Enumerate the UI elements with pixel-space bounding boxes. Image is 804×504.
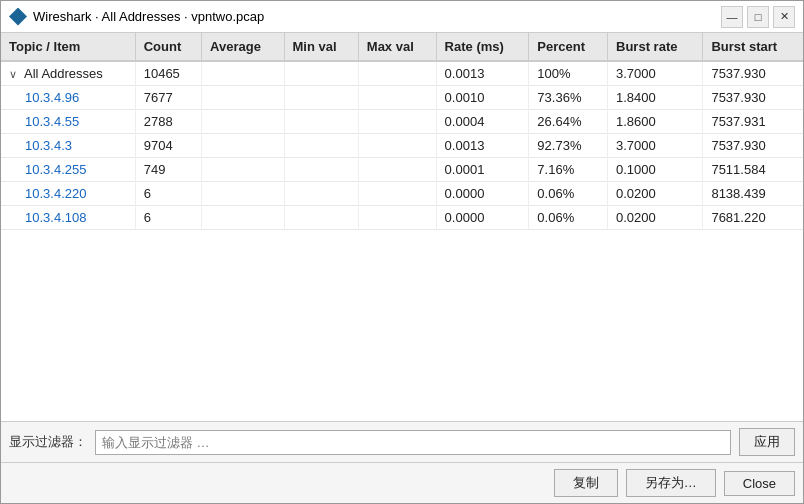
table-row[interactable]: 10.3.4.5527880.000426.64%1.86007537.931: [1, 110, 803, 134]
cell-min-val: [284, 86, 358, 110]
cell-max-val: [358, 158, 436, 182]
cell-topic: 10.3.4.108: [1, 206, 135, 230]
cell-percent: 7.16%: [529, 158, 608, 182]
ip-address-link[interactable]: 10.3.4.220: [25, 186, 86, 201]
col-average[interactable]: Average: [202, 33, 284, 61]
cell-max-val: [358, 110, 436, 134]
cell-max-val: [358, 206, 436, 230]
cell-burst-start: 7511.584: [703, 158, 803, 182]
cell-average: [202, 86, 284, 110]
table-row[interactable]: 10.3.4.9676770.001073.36%1.84007537.930: [1, 86, 803, 110]
cell-burst-rate: 0.1000: [608, 158, 703, 182]
cell-average: [202, 206, 284, 230]
cell-burst-start: 7537.930: [703, 61, 803, 86]
content-area: Topic / Item Count Average Min val Max v…: [1, 33, 803, 503]
cell-count: 9704: [135, 134, 201, 158]
cell-max-val: [358, 86, 436, 110]
ip-address-link[interactable]: 10.3.4.108: [25, 210, 86, 225]
cell-topic: 10.3.4.55: [1, 110, 135, 134]
close-button[interactable]: ✕: [773, 6, 795, 28]
cell-burst-rate: 3.7000: [608, 61, 703, 86]
cell-topic: 10.3.4.96: [1, 86, 135, 110]
title-bar: Wireshark · All Addresses · vpntwo.pcap …: [1, 1, 803, 33]
title-bar-left: Wireshark · All Addresses · vpntwo.pcap: [9, 8, 264, 26]
cell-burst-start: 8138.439: [703, 182, 803, 206]
col-burst-rate[interactable]: Burst rate: [608, 33, 703, 61]
cell-burst-start: 7537.930: [703, 86, 803, 110]
cell-burst-rate: 1.8600: [608, 110, 703, 134]
copy-button[interactable]: 复制: [554, 469, 618, 497]
cell-average: [202, 61, 284, 86]
cell-topic: 10.3.4.220: [1, 182, 135, 206]
cell-burst-rate: 3.7000: [608, 134, 703, 158]
cell-percent: 0.06%: [529, 182, 608, 206]
col-min-val[interactable]: Min val: [284, 33, 358, 61]
cell-percent: 92.73%: [529, 134, 608, 158]
table-row[interactable]: 10.3.4.397040.001392.73%3.70007537.930: [1, 134, 803, 158]
filter-label: 显示过滤器：: [9, 433, 87, 451]
empty-space: [1, 230, 803, 350]
cell-topic: 10.3.4.3: [1, 134, 135, 158]
table-row[interactable]: 10.3.4.2557490.00017.16%0.10007511.584: [1, 158, 803, 182]
cell-average: [202, 134, 284, 158]
cell-average: [202, 110, 284, 134]
col-topic-item[interactable]: Topic / Item: [1, 33, 135, 61]
expand-icon[interactable]: ∨: [9, 68, 20, 80]
save-as-button[interactable]: 另存为…: [626, 469, 716, 497]
ip-address-link[interactable]: 10.3.4.255: [25, 162, 86, 177]
addresses-table: Topic / Item Count Average Min val Max v…: [1, 33, 803, 230]
maximize-button[interactable]: □: [747, 6, 769, 28]
col-rate-ms[interactable]: Rate (ms): [436, 33, 529, 61]
cell-count: 6: [135, 182, 201, 206]
ip-address-link[interactable]: 10.3.4.3: [25, 138, 72, 153]
cell-count: 749: [135, 158, 201, 182]
cell-burst-start: 7681.220: [703, 206, 803, 230]
cell-burst-rate: 1.8400: [608, 86, 703, 110]
table-header-row: Topic / Item Count Average Min val Max v…: [1, 33, 803, 61]
cell-rate-ms: 0.0000: [436, 206, 529, 230]
cell-max-val: [358, 182, 436, 206]
cell-percent: 0.06%: [529, 206, 608, 230]
cell-rate-ms: 0.0013: [436, 134, 529, 158]
table-row[interactable]: 10.3.4.22060.00000.06%0.02008138.439: [1, 182, 803, 206]
cell-burst-start: 7537.930: [703, 134, 803, 158]
col-count[interactable]: Count: [135, 33, 201, 61]
cell-count: 6: [135, 206, 201, 230]
cell-max-val: [358, 134, 436, 158]
col-max-val[interactable]: Max val: [358, 33, 436, 61]
apply-button[interactable]: 应用: [739, 428, 795, 456]
col-percent[interactable]: Percent: [529, 33, 608, 61]
cell-percent: 73.36%: [529, 86, 608, 110]
table-row[interactable]: ∨ All Addresses104650.0013100%3.70007537…: [1, 61, 803, 86]
wireshark-icon: [9, 8, 27, 26]
cell-min-val: [284, 134, 358, 158]
ip-address-link[interactable]: 10.3.4.55: [25, 114, 79, 129]
table-container[interactable]: Topic / Item Count Average Min val Max v…: [1, 33, 803, 422]
cell-min-val: [284, 110, 358, 134]
ip-address-link[interactable]: 10.3.4.96: [25, 90, 79, 105]
table-row[interactable]: 10.3.4.10860.00000.06%0.02007681.220: [1, 206, 803, 230]
cell-rate-ms: 0.0013: [436, 61, 529, 86]
cell-topic: 10.3.4.255: [1, 158, 135, 182]
filter-bar: 显示过滤器： 应用: [1, 422, 803, 463]
minimize-button[interactable]: —: [721, 6, 743, 28]
cell-rate-ms: 0.0000: [436, 182, 529, 206]
cell-count: 2788: [135, 110, 201, 134]
filter-input[interactable]: [95, 430, 731, 455]
bottom-bar: 复制 另存为… Close: [1, 463, 803, 503]
cell-count: 10465: [135, 61, 201, 86]
cell-burst-rate: 0.0200: [608, 206, 703, 230]
cell-rate-ms: 0.0010: [436, 86, 529, 110]
cell-min-val: [284, 158, 358, 182]
cell-topic: ∨ All Addresses: [1, 61, 135, 86]
cell-burst-rate: 0.0200: [608, 182, 703, 206]
col-burst-start[interactable]: Burst start: [703, 33, 803, 61]
main-window: Wireshark · All Addresses · vpntwo.pcap …: [0, 0, 804, 504]
cell-rate-ms: 0.0004: [436, 110, 529, 134]
cell-percent: 100%: [529, 61, 608, 86]
cell-min-val: [284, 206, 358, 230]
close-dialog-button[interactable]: Close: [724, 471, 795, 496]
cell-burst-start: 7537.931: [703, 110, 803, 134]
cell-min-val: [284, 182, 358, 206]
title-bar-controls: — □ ✕: [721, 6, 795, 28]
